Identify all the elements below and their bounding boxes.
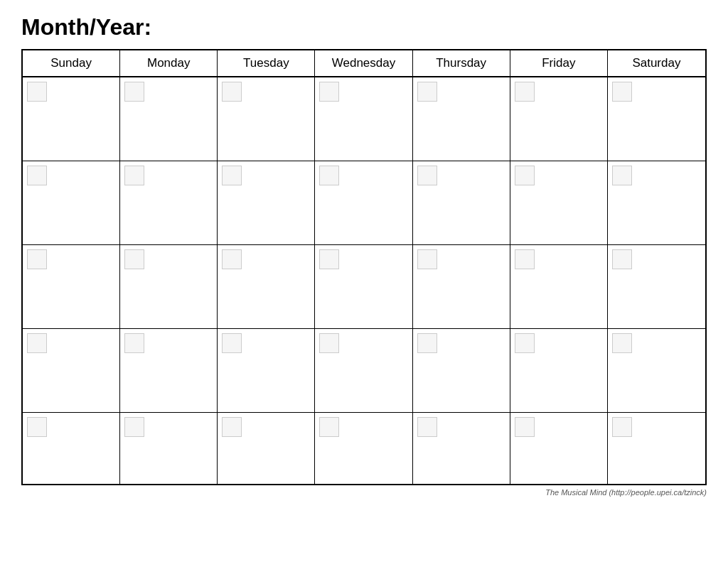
date-box (124, 249, 144, 269)
header-saturday: Saturday (608, 50, 705, 76)
cell-r5-sun[interactable] (23, 413, 120, 484)
cell-r2-sun[interactable] (23, 161, 120, 244)
cell-r3-wed[interactable] (315, 245, 412, 328)
cell-r1-tue[interactable] (218, 77, 315, 161)
page-title: Month/Year: (21, 14, 707, 40)
cell-r4-fri[interactable] (510, 329, 608, 412)
cell-r3-fri[interactable] (510, 245, 608, 328)
date-box (612, 333, 632, 353)
cell-r2-fri[interactable] (510, 161, 608, 244)
cell-r1-mon[interactable] (120, 77, 218, 161)
cell-r5-mon[interactable] (120, 413, 218, 484)
date-box (124, 82, 144, 102)
cell-r1-sat[interactable] (608, 77, 705, 161)
date-box (222, 166, 242, 185)
calendar-row-5 (23, 413, 705, 484)
cell-r5-sat[interactable] (608, 413, 705, 484)
calendar-row-1 (23, 77, 705, 161)
date-box (124, 417, 144, 437)
cell-r3-sun[interactable] (23, 245, 120, 328)
date-box (417, 82, 437, 102)
cell-r4-wed[interactable] (315, 329, 412, 412)
cell-r1-sun[interactable] (23, 77, 120, 161)
date-box (515, 82, 535, 102)
date-box (222, 333, 242, 353)
date-box (417, 333, 437, 353)
header-monday: Monday (120, 50, 218, 76)
cell-r3-thu[interactable] (413, 245, 510, 328)
cell-r4-sat[interactable] (608, 329, 705, 412)
date-box (612, 249, 632, 269)
date-box (27, 249, 47, 269)
header-friday: Friday (510, 50, 608, 76)
date-box (222, 82, 242, 102)
cell-r1-thu[interactable] (413, 77, 510, 161)
cell-r4-tue[interactable] (218, 329, 315, 412)
cell-r5-thu[interactable] (413, 413, 510, 484)
cell-r3-mon[interactable] (120, 245, 218, 328)
cell-r4-mon[interactable] (120, 329, 218, 412)
cell-r3-tue[interactable] (218, 245, 315, 328)
cell-r2-thu[interactable] (413, 161, 510, 244)
cell-r1-wed[interactable] (315, 77, 412, 161)
date-box (319, 333, 339, 353)
date-box (417, 417, 437, 437)
cell-r2-tue[interactable] (218, 161, 315, 244)
cell-r5-tue[interactable] (218, 413, 315, 484)
date-box (319, 417, 339, 437)
cell-r5-wed[interactable] (315, 413, 412, 484)
date-box (222, 249, 242, 269)
date-box (612, 417, 632, 437)
cell-r4-sun[interactable] (23, 329, 120, 412)
date-box (319, 82, 339, 102)
header-thursday: Thursday (413, 50, 510, 76)
date-box (27, 166, 47, 185)
cell-r2-wed[interactable] (315, 161, 412, 244)
date-box (319, 166, 339, 185)
cell-r2-mon[interactable] (120, 161, 218, 244)
calendar-container: Sunday Monday Tuesday Wednesday Thursday… (21, 49, 707, 485)
calendar-row-3 (23, 245, 705, 329)
calendar-header: Sunday Monday Tuesday Wednesday Thursday… (23, 50, 705, 77)
date-box (417, 249, 437, 269)
calendar-row-2 (23, 161, 705, 245)
date-box (515, 417, 535, 437)
footer-credit: The Musical Mind (http://people.upei.ca/… (21, 488, 707, 497)
cell-r3-sat[interactable] (608, 245, 705, 328)
date-box (319, 249, 339, 269)
date-box (27, 82, 47, 102)
date-box (612, 82, 632, 102)
header-wednesday: Wednesday (315, 50, 412, 76)
header-sunday: Sunday (23, 50, 120, 76)
date-box (515, 166, 535, 185)
date-box (515, 249, 535, 269)
cell-r5-fri[interactable] (510, 413, 608, 484)
date-box (27, 333, 47, 353)
cell-r2-sat[interactable] (608, 161, 705, 244)
calendar-body (23, 77, 705, 484)
date-box (417, 166, 437, 185)
header-tuesday: Tuesday (218, 50, 315, 76)
cell-r1-fri[interactable] (510, 77, 608, 161)
date-box (515, 333, 535, 353)
calendar-row-4 (23, 329, 705, 413)
cell-r4-thu[interactable] (413, 329, 510, 412)
date-box (124, 333, 144, 353)
date-box (27, 417, 47, 437)
date-box (612, 166, 632, 185)
date-box (222, 417, 242, 437)
date-box (124, 166, 144, 185)
